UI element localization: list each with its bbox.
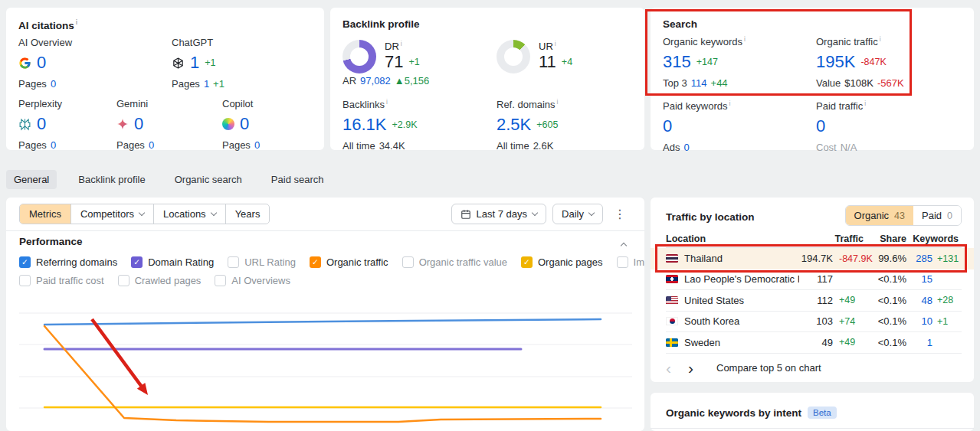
column-location[interactable]: Location xyxy=(666,233,799,244)
date-range-label: Last 7 days xyxy=(477,208,528,220)
column-traffic[interactable]: Traffic xyxy=(799,233,871,244)
checkbox-unchecked-icon[interactable] xyxy=(402,256,414,268)
collapse-section-button[interactable] xyxy=(621,239,626,250)
performance-chart[interactable] xyxy=(19,295,632,431)
metric-checkbox-impressions[interactable]: Impressions xyxy=(617,256,644,268)
organic-traffic-value[interactable]: 195K xyxy=(816,52,855,72)
organic-keywords-value[interactable]: 315 xyxy=(663,52,691,72)
checkbox-checked-icon[interactable]: ✓ xyxy=(310,256,321,268)
metric-checkbox-organic-pages[interactable]: ✓Organic pages xyxy=(521,256,603,268)
metric-label: Organic traffic value xyxy=(419,256,507,268)
filter-locations-button[interactable]: Locations xyxy=(153,204,225,224)
checkbox-checked-icon[interactable]: ✓ xyxy=(131,256,143,268)
pages-value[interactable]: 0 xyxy=(51,139,56,151)
keywords-value[interactable]: 285 xyxy=(906,253,932,264)
metric-row: ✓Referring domains✓Domain RatingURL Rati… xyxy=(19,253,637,271)
top3-value[interactable]: 114 xyxy=(691,77,707,89)
column-keywords[interactable]: Keywords xyxy=(906,233,959,244)
metric-checkbox-referring-domains[interactable]: ✓Referring domains xyxy=(19,256,117,268)
pages-value[interactable]: 0 xyxy=(149,139,154,151)
location-row-united-states[interactable]: United States112+49<0.1%48+28 xyxy=(666,290,962,312)
filter-metrics-button[interactable]: Metrics xyxy=(20,204,70,224)
toggle-organic[interactable]: Organic43 xyxy=(846,206,913,225)
metric-checkbox-url-rating[interactable]: URL Rating xyxy=(228,256,296,268)
tab-paid-search[interactable]: Paid search xyxy=(264,170,332,189)
keywords-value[interactable]: 48 xyxy=(906,295,932,306)
google-icon xyxy=(18,57,31,70)
checkbox-unchecked-icon[interactable] xyxy=(118,275,129,286)
perplexity-icon xyxy=(18,118,31,131)
metric-checkbox-crawled-pages[interactable]: Crawled pages xyxy=(118,275,202,286)
metric-checkbox-organic-traffic-value[interactable]: Organic traffic value xyxy=(402,256,507,268)
next-page-icon[interactable]: › xyxy=(688,359,693,377)
checkbox-unchecked-icon[interactable] xyxy=(228,256,239,268)
granularity-button[interactable]: Daily xyxy=(552,204,603,224)
ref-domains-value[interactable]: 2.5K xyxy=(497,115,531,135)
checkbox-checked-icon[interactable]: ✓ xyxy=(521,256,533,268)
toggle-paid[interactable]: Paid0 xyxy=(913,206,961,225)
backlinks-value[interactable]: 16.1K xyxy=(343,115,387,135)
pages-value[interactable]: 0 xyxy=(254,139,260,151)
dr-value: 71 xyxy=(385,52,403,72)
ai-stat-label: Gemini xyxy=(116,98,154,109)
chevron-down-icon xyxy=(210,210,216,216)
tab-general[interactable]: General xyxy=(6,170,57,189)
top3-label: Top 3 xyxy=(663,77,687,89)
metric-checkbox-paid-traffic-cost[interactable]: Paid traffic cost xyxy=(19,275,104,286)
location-row-sweden[interactable]: Sweden49+49<0.1%1 xyxy=(666,332,962,354)
compare-top5-link[interactable]: Compare top 5 on chart xyxy=(716,362,821,374)
backlinks-label: Backlinks xyxy=(343,98,418,110)
metric-label: Paid traffic cost xyxy=(36,275,104,286)
metric-checkbox-ai-overviews[interactable]: AI Overviews xyxy=(215,275,290,286)
traffic-by-location-card: Traffic by location Organic43Paid0 Locat… xyxy=(651,198,974,382)
domain-rating-stat: DR 71+1 xyxy=(343,40,420,73)
checkbox-unchecked-icon[interactable] xyxy=(617,256,628,268)
traffic-delta: +74 xyxy=(833,316,871,327)
dr-label: DR xyxy=(385,40,420,52)
metric-checkbox-organic-traffic[interactable]: ✓Organic traffic xyxy=(310,256,388,268)
keywords-value[interactable]: 10 xyxy=(906,315,932,327)
ar-value[interactable]: 97,082 xyxy=(360,75,391,87)
chevron-down-icon xyxy=(588,210,595,216)
ai-stat-perplexity: Perplexity0Pages0 xyxy=(18,98,62,151)
traffic-value: 49 xyxy=(799,337,833,348)
metric-checkbox-domain-rating[interactable]: ✓Domain Rating xyxy=(131,256,214,268)
paid-keywords-value[interactable]: 0 xyxy=(663,116,672,136)
prev-page-icon[interactable]: ‹ xyxy=(666,359,671,377)
keywords-value[interactable]: 1 xyxy=(906,337,932,348)
ref-domains-label: Ref. domains xyxy=(497,98,558,110)
location-row-lao-people-s-democratic-rep[interactable]: Lao People's Democratic Rep117<0.1%15 xyxy=(666,269,962,291)
tab-backlink-profile[interactable]: Backlink profile xyxy=(70,170,152,189)
ai-stat-value: 0 xyxy=(37,53,46,73)
organic-keywords-stat: Organic keywords 315+147 Top 3114+44 xyxy=(663,35,746,89)
ads-value[interactable]: 0 xyxy=(683,142,689,153)
date-range-button[interactable]: Last 7 days xyxy=(451,204,547,224)
pages-label: Pages xyxy=(222,139,251,151)
checkbox-unchecked-icon[interactable] xyxy=(19,275,31,286)
cost-value: N/A xyxy=(841,142,857,153)
chevron-down-icon xyxy=(139,210,145,216)
more-options-button[interactable]: ⋮ xyxy=(609,207,631,221)
checkbox-checked-icon[interactable]: ✓ xyxy=(19,256,31,268)
location-row-south-korea[interactable]: South Korea103+74<0.1%10+1 xyxy=(666,312,962,333)
chevron-up-icon xyxy=(621,243,627,249)
filter-competitors-button[interactable]: Competitors xyxy=(70,204,153,224)
checkbox-unchecked-icon[interactable] xyxy=(215,275,226,286)
keywords-value[interactable]: 15 xyxy=(906,273,932,285)
location-row-thailand[interactable]: Thailand194.7K-847.9K99.6%285+131 xyxy=(651,248,974,269)
calendar-icon xyxy=(461,209,471,220)
ai-stat-value: 1 xyxy=(190,53,199,73)
pages-value[interactable]: 0 xyxy=(51,78,56,90)
performance-section-title: Performance xyxy=(19,236,83,247)
filter-years-button[interactable]: Years xyxy=(225,204,270,224)
column-share[interactable]: Share xyxy=(871,233,906,244)
tab-organic-search[interactable]: Organic search xyxy=(167,170,250,189)
pages-value[interactable]: 1 xyxy=(204,78,209,90)
traffic-value-amount: $108K xyxy=(844,77,873,89)
organic-traffic-stat: Organic traffic 195K-847K Value$108K-567… xyxy=(816,35,904,89)
paid-keywords-stat: Paid keywords 0 Ads0 xyxy=(663,100,730,153)
ref-domains-delta: +605 xyxy=(536,119,558,130)
traffic-value: 103 xyxy=(799,315,833,327)
ref-domains-alltime-label: All time xyxy=(497,140,529,152)
ai-stat-value: 0 xyxy=(134,114,143,134)
